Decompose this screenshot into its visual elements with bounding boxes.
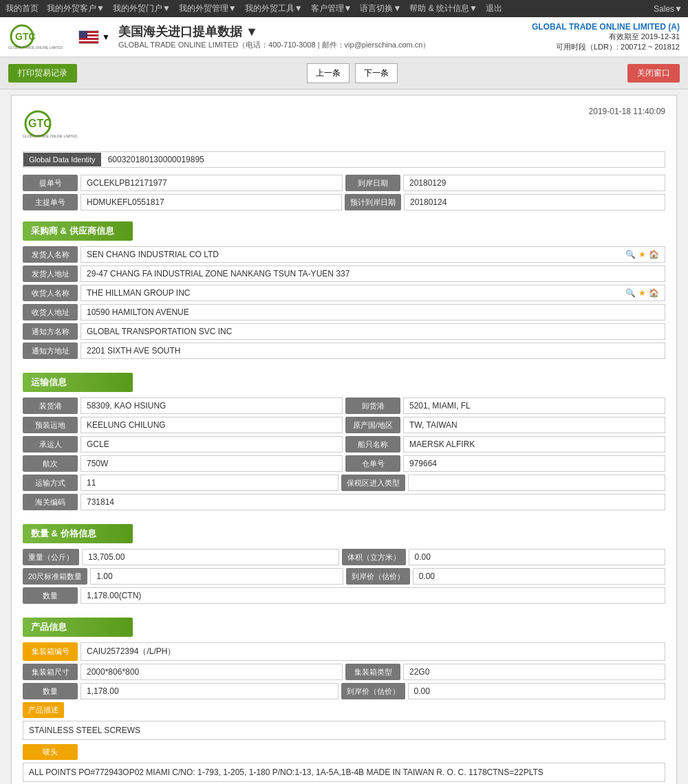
- main-bill-row: 主提单号 HDMUKEFL0551817 预计到岸日期 20180124: [23, 194, 665, 210]
- print-button[interactable]: 打印贸易记录: [8, 64, 77, 83]
- pre-load-value: KEELUNG CHILUNG: [80, 417, 343, 433]
- logo: GTC GLOBAL TRADE ONLINE LIMITED: [8, 21, 70, 52]
- nav-portal[interactable]: 我的外贸门户▼: [113, 3, 171, 14]
- content-logo: GTC GLOBAL TRADE ONLINE LIMITED: [23, 107, 112, 143]
- close-button[interactable]: 关闭窗口: [627, 64, 680, 83]
- warehouse-value: 979664: [403, 455, 665, 472]
- nav-help[interactable]: 帮助 & 统计信息▼: [409, 3, 477, 14]
- vessel-value: MAERSK ALFIRK: [403, 436, 665, 453]
- preload-row: 预装运地 KEELUNG CHILUNG 原产国/地区 TW, TAIWAN: [23, 417, 665, 433]
- voyage-row: 航次 750W 仓单号 979664: [23, 455, 665, 472]
- origin-value: TW, TAIWAN: [403, 417, 665, 433]
- consignee-addr-row: 收货人地址 10590 HAMILTON AVENUE: [23, 304, 665, 320]
- consignee-icons: 🔍 ★ 🏠: [625, 288, 659, 298]
- consignee-name-value: THE HILLMAN GROUP INC 🔍 ★ 🏠: [80, 285, 665, 301]
- voyage-value: 750W: [80, 455, 343, 472]
- product-quantity-label: 数量: [23, 683, 78, 699]
- header-left: GTC GLOBAL TRADE ONLINE LIMITED ▼ 美国海关进口…: [8, 21, 430, 52]
- marks-value: ALL POINTS PO#772943OP02 MIAMI C/NO: 1-7…: [23, 763, 665, 782]
- container-type-value: 22G0: [403, 664, 665, 680]
- next-button[interactable]: 下一条: [355, 63, 398, 83]
- container-no-value: CAIU2572394（/L/PH）: [80, 642, 665, 661]
- product-quantity-value: 1,178.00: [80, 683, 338, 699]
- product-desc-section: 产品描述 STAINLESS STEEL SCREWS: [23, 702, 665, 740]
- container20-label: 20尺标准箱数量: [23, 568, 87, 585]
- quantity-label: 数量: [23, 587, 78, 604]
- content-header: GTC GLOBAL TRADE ONLINE LIMITED 2019-01-…: [23, 107, 665, 143]
- nav-crm[interactable]: 客户管理▼: [311, 3, 352, 14]
- est-arrive-value: 20180124: [404, 194, 665, 210]
- unload-port-value: 5201, MIAMI, FL: [403, 398, 665, 414]
- shipper-star-icon[interactable]: ★: [638, 250, 646, 259]
- top-nav-right[interactable]: Sales▼: [654, 4, 682, 14]
- validity-date: 有效期至 2019-12-31: [532, 32, 680, 42]
- notify-addr-value: 2201 SIXTH AVE SOUTH: [80, 342, 665, 359]
- flag-selector[interactable]: ▼: [78, 30, 110, 44]
- notify-name-label: 通知方名称: [23, 323, 78, 340]
- nav-management[interactable]: 我的外贸管理▼: [179, 3, 237, 14]
- arrive-price-value: 0.00: [413, 568, 665, 585]
- nav-language[interactable]: 语言切换▼: [360, 3, 401, 14]
- warehouse-label: 仓单号: [345, 455, 400, 472]
- bill-row: 提单号 GCLEKLPB12171977 到岸日期 20180129: [23, 175, 665, 191]
- ports-row: 装货港 58309, KAO HSIUNG 卸货港 5201, MIAMI, F…: [23, 398, 665, 414]
- nav-logout[interactable]: 退出: [486, 3, 502, 14]
- nav-tools[interactable]: 我的外贸工具▼: [245, 3, 303, 14]
- voyage-label: 航次: [23, 455, 78, 472]
- shipper-icons: 🔍 ★ 🏠: [625, 250, 659, 259]
- flag-dropdown-icon[interactable]: ▼: [102, 32, 110, 42]
- shipper-addr-value: 29-47 CHANG FA INDUSTRIAL ZONE NANKANG T…: [80, 265, 665, 282]
- arrive-date-value: 20180129: [403, 175, 665, 191]
- carrier-value: GCLE: [80, 436, 343, 453]
- container-size-value: 2000*806*800: [80, 664, 343, 680]
- shipper-name-row: 发货人名称 SEN CHANG INDUSTRIAL CO LTD 🔍 ★ 🏠: [23, 246, 665, 263]
- container-size-label: 集装箱尺寸: [23, 664, 78, 680]
- carrier-row: 承运人 GCLE 船只名称 MAERSK ALFIRK: [23, 436, 665, 453]
- svg-text:GLOBAL TRADE ONLINE LIMITED: GLOBAL TRADE ONLINE LIMITED: [23, 134, 78, 138]
- consignee-search-icon[interactable]: 🔍: [625, 288, 636, 298]
- consignee-addr-value: 10590 HAMILTON AVENUE: [80, 304, 665, 320]
- prev-button[interactable]: 上一条: [307, 63, 350, 83]
- notify-addr-label: 通知方地址: [23, 342, 78, 359]
- marks-label: 唛头: [23, 744, 78, 760]
- svg-text:GTC: GTC: [28, 118, 52, 129]
- header-title-area: 美国海关进口提单数据 ▼ GLOBAL TRADE ONLINE LIMITED…: [118, 23, 431, 50]
- gdi-value: 600320180130000019895: [101, 152, 211, 167]
- product-desc-value: STAINLESS STEEL SCREWS: [23, 721, 665, 740]
- page-subtitle: GLOBAL TRADE ONLINE LIMITED（电话：400-710-3…: [118, 40, 431, 50]
- weight-value: 13,705.00: [82, 549, 339, 565]
- nav-home[interactable]: 我的首页: [6, 3, 39, 14]
- container20-value: 1.00: [90, 568, 343, 585]
- gdi-row: Global Data Identity 6003201801300000198…: [23, 151, 665, 168]
- nav-customers[interactable]: 我的外贸客户▼: [47, 3, 105, 14]
- consignee-addr-label: 收货人地址: [23, 304, 78, 320]
- load-port-label: 装货港: [23, 398, 78, 414]
- marks-section: 唛头 ALL POINTS PO#772943OP02 MIAMI C/NO: …: [23, 744, 665, 782]
- transport-section-header: 运输信息: [23, 373, 133, 392]
- page-header: GTC GLOBAL TRADE ONLINE LIMITED ▼ 美国海关进口…: [0, 17, 688, 58]
- shipper-addr-row: 发货人地址 29-47 CHANG FA INDUSTRIAL ZONE NAN…: [23, 265, 665, 282]
- top-navigation: 我的首页 我的外贸客户▼ 我的外贸门户▼ 我的外贸管理▼ 我的外贸工具▼ 客户管…: [0, 0, 688, 17]
- arrive-date-label: 到岸日期: [345, 175, 400, 191]
- product-desc-label: 产品描述: [23, 702, 64, 718]
- nav-center: 上一条 下一条: [83, 63, 622, 83]
- shipper-search-icon[interactable]: 🔍: [625, 250, 636, 259]
- unload-port-label: 卸货港: [345, 398, 400, 414]
- product-price-label: 到岸价（估价）: [341, 683, 405, 699]
- arrive-price-label: 到岸价（估价）: [346, 568, 410, 585]
- header-right: GLOBAL TRADE ONLINE LIMITED (A) 有效期至 201…: [532, 22, 680, 52]
- origin-label: 原产国/地区: [345, 417, 400, 433]
- quantity-section-header: 数量 & 价格信息: [23, 524, 133, 543]
- consignee-star-icon[interactable]: ★: [638, 288, 646, 298]
- pre-load-label: 预装运地: [23, 417, 78, 433]
- supplier-section: 采购商 & 供应商信息 发货人名称 SEN CHANG INDUSTRIAL C…: [23, 213, 665, 359]
- consignee-home-icon[interactable]: 🏠: [649, 288, 659, 298]
- bill-value: GCLEKLPB12171977: [80, 175, 343, 191]
- est-arrive-label: 预计到岸日期: [345, 194, 401, 210]
- product-price-value: 0.00: [408, 683, 666, 699]
- supplier-section-header: 采购商 & 供应商信息: [23, 221, 133, 241]
- customs-code-label: 海关编码: [23, 494, 78, 510]
- shipper-home-icon[interactable]: 🏠: [649, 250, 659, 259]
- main-bill-value: HDMUKEFL0551817: [80, 194, 342, 210]
- shipper-name-value: SEN CHANG INDUSTRIAL CO LTD 🔍 ★ 🏠: [80, 246, 665, 263]
